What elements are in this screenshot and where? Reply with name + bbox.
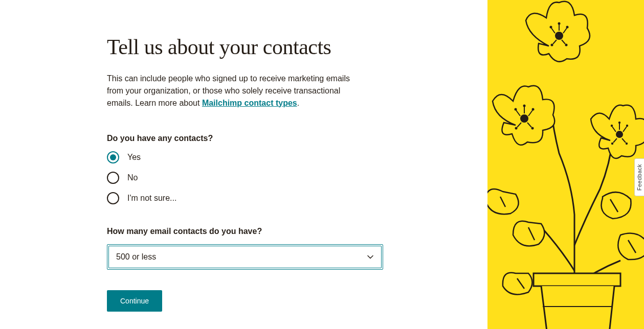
svg-point-7 bbox=[515, 108, 517, 111]
svg-point-9 bbox=[532, 108, 535, 111]
svg-point-2 bbox=[558, 22, 561, 25]
feedback-label: Feedback bbox=[636, 164, 642, 191]
svg-point-10 bbox=[515, 127, 518, 130]
contact-count-select-wrapper: 500 or less bbox=[107, 244, 383, 270]
page-description: This can include people who signed up to… bbox=[107, 73, 368, 109]
select-value: 500 or less bbox=[116, 252, 156, 262]
svg-point-16 bbox=[611, 143, 613, 145]
svg-point-0 bbox=[555, 32, 563, 40]
svg-point-11 bbox=[531, 127, 534, 130]
svg-point-5 bbox=[565, 44, 568, 46]
svg-point-17 bbox=[626, 143, 628, 145]
select-focus-ring: 500 or less bbox=[107, 244, 383, 270]
svg-point-6 bbox=[520, 114, 528, 123]
svg-point-8 bbox=[523, 105, 526, 107]
chevron-down-icon bbox=[367, 253, 374, 261]
continue-button[interactable]: Continue bbox=[107, 290, 162, 312]
svg-point-13 bbox=[611, 125, 613, 127]
radio-label-yes: Yes bbox=[127, 153, 141, 162]
radio-circle-icon bbox=[107, 192, 119, 204]
radio-label-no: No bbox=[127, 173, 138, 182]
flower-illustration bbox=[487, 0, 644, 329]
illustration-panel bbox=[487, 0, 644, 329]
contact-types-link[interactable]: Mailchimp contact types bbox=[202, 99, 297, 107]
form-container: Tell us about your contacts This can inc… bbox=[107, 35, 383, 312]
feedback-tab[interactable]: Feedback bbox=[634, 158, 644, 196]
svg-point-15 bbox=[626, 125, 628, 127]
contacts-radio-group: Yes No I'm not sure... bbox=[107, 151, 383, 204]
main-content: Tell us about your contacts This can inc… bbox=[2, 0, 487, 329]
radio-option-yes[interactable]: Yes bbox=[107, 151, 383, 163]
svg-point-3 bbox=[566, 26, 569, 29]
page-title: Tell us about your contacts bbox=[107, 35, 383, 60]
radio-option-unsure[interactable]: I'm not sure... bbox=[107, 192, 383, 204]
svg-point-12 bbox=[616, 131, 623, 138]
svg-point-1 bbox=[550, 26, 552, 29]
radio-inner-dot bbox=[110, 154, 116, 160]
contacts-question-label: Do you have any contacts? bbox=[107, 134, 383, 143]
radio-circle-icon bbox=[107, 172, 119, 184]
svg-point-4 bbox=[551, 44, 553, 46]
svg-point-14 bbox=[618, 122, 620, 124]
radio-circle-icon bbox=[107, 151, 119, 163]
radio-label-unsure: I'm not sure... bbox=[127, 194, 176, 203]
contact-count-select[interactable]: 500 or less bbox=[108, 246, 382, 268]
radio-option-no[interactable]: No bbox=[107, 172, 383, 184]
count-question-label: How many email contacts do you have? bbox=[107, 227, 383, 236]
description-text-after: . bbox=[297, 99, 299, 107]
